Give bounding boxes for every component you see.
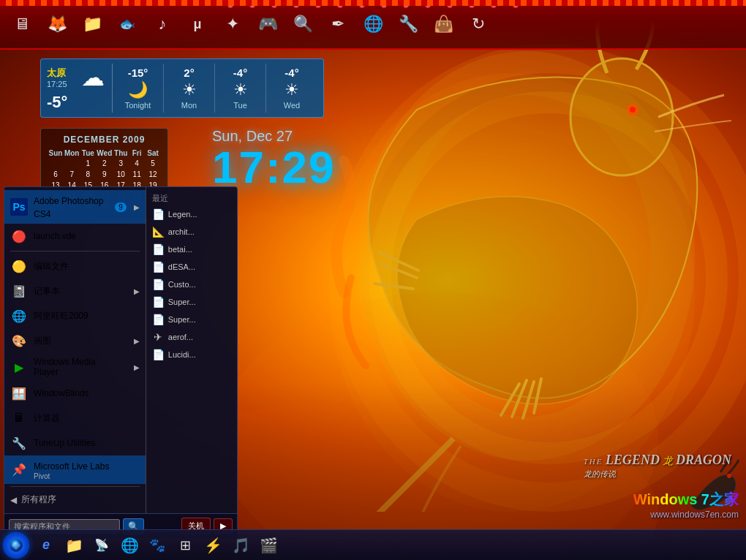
tuneup-icon: 🔧 — [10, 434, 28, 452]
cal-day-tue: Tue — [80, 149, 95, 157]
weather-mon-temp: 2° — [184, 67, 194, 79]
menu-item-aliwangwang[interactable]: 🌐 阿里旺旺2009 — [4, 303, 146, 328]
notepad-icon: 📓 — [10, 282, 28, 300]
recent-item-1[interactable]: 📄 Legen... — [146, 205, 237, 223]
cal-day-8[interactable]: 8 — [80, 170, 95, 179]
star-toolbar-icon[interactable]: ✦ — [218, 10, 247, 39]
top-ornament — [0, 0, 746, 6]
gamepad-toolbar-icon[interactable]: 🎮 — [253, 10, 282, 39]
weather-city: 太原 — [47, 67, 67, 80]
menu-item-mediaplayer[interactable]: ▶ Windows MediaPlayer ▶ — [4, 353, 146, 381]
taskbar-bolt-icon[interactable]: ⚡ — [200, 532, 226, 559]
search-toolbar-icon[interactable]: 🔍 — [288, 10, 317, 39]
mu-toolbar-icon[interactable]: μ — [183, 10, 212, 39]
recent-label-1: Legen... — [168, 210, 197, 219]
photoshop-icon: Ps — [10, 198, 28, 216]
weather-wed-icon: ☀ — [285, 80, 299, 99]
taskbar-music-icon[interactable]: 🎵 — [227, 532, 254, 559]
cal-day-12[interactable]: 12 — [146, 170, 160, 179]
start-button[interactable] — [3, 532, 29, 559]
recent-icon-2: 📐 — [152, 226, 164, 238]
menu-item-windowblinds[interactable]: 🪟 WindowBlinds — [4, 381, 146, 406]
cal-day-9[interactable]: 9 — [97, 170, 112, 179]
recent-icon-1: 📄 — [152, 208, 164, 220]
cal-day-4[interactable]: 4 — [129, 159, 144, 168]
paint-icon: 🎨 — [10, 332, 28, 349]
cal-day-11[interactable]: 11 — [129, 170, 144, 179]
firefox-toolbar-icon[interactable]: 🦊 — [42, 10, 72, 39]
weather-mon: 2° ☀ Mon — [164, 64, 215, 113]
clock-widget: Sun, Dec 27 17:29 — [212, 128, 336, 190]
windowblinds-icon: 🪟 — [10, 385, 28, 402]
menu-item-notepad[interactable]: 📓 记事本 ▶ — [4, 279, 146, 303]
menu-item-pivot[interactable]: 📌 Microsoft Live Labs Pivot — [4, 455, 146, 484]
recent-item-3[interactable]: 📄 betai... — [146, 241, 237, 258]
menu-item-photoshop[interactable]: Ps Adobe Photoshop CS4 9 ▶ — [4, 190, 146, 224]
menu-item-launch-vde[interactable]: 🔴 launch.vde — [4, 224, 146, 249]
wrench-toolbar-icon[interactable]: 🔧 — [393, 10, 423, 39]
cal-day-6[interactable]: 6 — [48, 170, 63, 179]
paint-arrow: ▶ — [134, 337, 140, 345]
paint-label: 画图 — [34, 335, 128, 347]
all-programs-item[interactable]: ◀ 所有程序 — [4, 489, 146, 510]
menu-item-tuneup[interactable]: 🔧 TuneUp Utilities — [4, 431, 146, 455]
weather-wed-temp: -4° — [285, 67, 298, 79]
recent-label-3: betai... — [168, 245, 192, 254]
photoshop-badge: 9 — [115, 203, 127, 212]
menu-item-calculator[interactable]: 🖩 计算器 — [4, 406, 146, 431]
recent-icon-8: ✈ — [152, 331, 164, 343]
taskbar-globe-icon[interactable]: 🌐 — [116, 532, 143, 559]
photoshop-badge-arrow: ▶ — [134, 203, 140, 211]
recent-label-8: aerof... — [168, 333, 193, 341]
recent-item-9[interactable]: 📄 Lucidi... — [146, 346, 237, 363]
recent-item-2[interactable]: 📐 archit... — [146, 223, 237, 241]
weather-mon-icon: ☀ — [182, 80, 197, 99]
cal-day-5[interactable]: 5 — [146, 159, 160, 168]
windows7-watermark: Windows 7之家 www.windows7en.com — [633, 490, 739, 520]
all-programs-label: 所有程序 — [21, 493, 56, 506]
aliwangwang-label: 阿里旺旺2009 — [34, 310, 140, 322]
recent-label-6: Super... — [168, 298, 196, 306]
recent-item-6[interactable]: 📄 Super... — [146, 293, 237, 311]
taskbar: e 📁 📡 🌐 🐾 ⊞ ⚡ 🎵 🎬 — [0, 529, 746, 560]
mediaplayer-arrow: ▶ — [134, 363, 140, 371]
bag-toolbar-icon[interactable]: 👜 — [429, 10, 458, 39]
weather-wed-label: Wed — [284, 101, 300, 110]
taskbar-folder-icon[interactable]: 📁 — [61, 532, 87, 559]
app4-toolbar-icon[interactable]: 🐟 — [113, 10, 142, 39]
monitor-toolbar-icon[interactable]: 🖥 — [7, 10, 37, 39]
recent-label-9: Lucidi... — [168, 350, 196, 359]
music-toolbar-icon[interactable]: ♪ — [148, 10, 177, 39]
menu-item-edit-files[interactable]: 🟡 编辑文件 — [4, 254, 146, 279]
recent-icon-6: 📄 — [152, 296, 164, 308]
all-programs-icon: ◀ — [10, 495, 17, 505]
taskbar-ie-icon[interactable]: e — [33, 532, 59, 559]
cal-day-thu: Thu — [113, 149, 128, 157]
taskbar-grid-icon[interactable]: ⊞ — [172, 532, 198, 559]
recent-label-4: dESA... — [168, 262, 195, 271]
cal-day-2[interactable]: 2 — [97, 159, 112, 168]
launch-vde-icon: 🔴 — [10, 227, 28, 245]
recent-item-7[interactable]: 📄 Super... — [146, 311, 237, 328]
refresh-toolbar-icon[interactable]: ↻ — [464, 10, 493, 39]
weather-wed: -4° ☀ Wed — [266, 64, 317, 113]
recent-header: 最近 — [146, 190, 237, 205]
taskbar-paw-icon[interactable]: 🐾 — [144, 532, 170, 559]
w7-brand-text: Windows 7之家 — [633, 490, 739, 510]
pen-toolbar-icon[interactable]: ✒ — [323, 10, 353, 39]
cal-day-10[interactable]: 10 — [113, 170, 128, 179]
cal-day-7[interactable]: 7 — [64, 170, 80, 179]
recent-item-5[interactable]: 📄 Custo... — [146, 276, 237, 293]
cal-day-1[interactable]: 1 — [80, 159, 95, 168]
globe-toolbar-icon[interactable]: 🌐 — [358, 10, 388, 39]
cal-day-wed: Wed — [97, 149, 112, 157]
cal-day-3[interactable]: 3 — [113, 159, 128, 168]
taskbar-film-icon[interactable]: 🎬 — [255, 532, 282, 559]
menu-separator-2 — [10, 486, 140, 487]
recent-item-8[interactable]: ✈ aerof... — [146, 328, 237, 346]
folder-toolbar-icon[interactable]: 📁 — [78, 10, 107, 39]
menu-item-paint[interactable]: 🎨 画图 ▶ — [4, 328, 146, 353]
taskbar-rss-icon[interactable]: 📡 — [88, 532, 115, 559]
aliwangwang-icon: 🌐 — [10, 307, 28, 325]
recent-item-4[interactable]: 📄 dESA... — [146, 258, 237, 276]
